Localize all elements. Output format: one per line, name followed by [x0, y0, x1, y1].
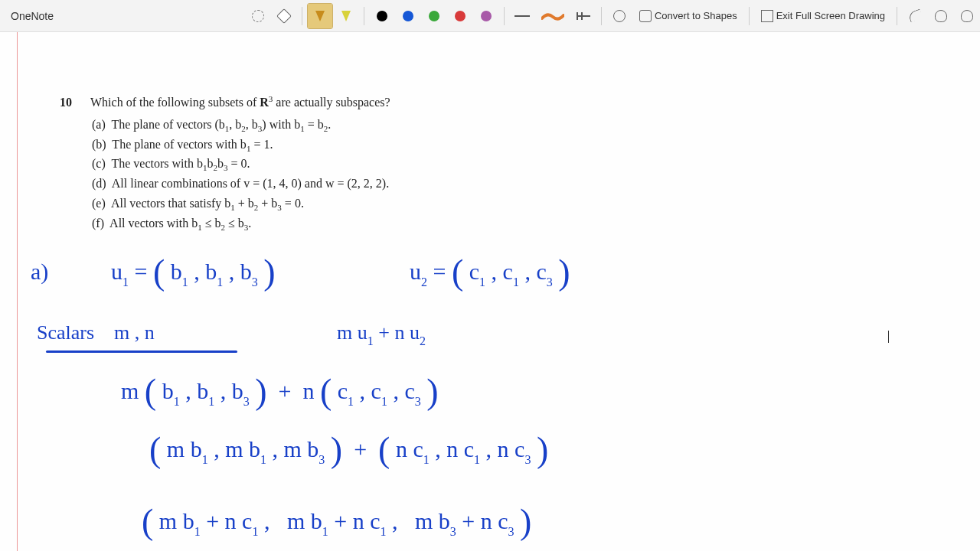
- undo-button[interactable]: [903, 4, 927, 28]
- page-margin-rule: [17, 32, 18, 551]
- highlighter-icon: [315, 11, 325, 21]
- wave-stroke-icon: [541, 11, 564, 21]
- highlighter-icon: [341, 11, 351, 21]
- separator: [504, 7, 505, 25]
- touch-draw-button[interactable]: [607, 4, 632, 28]
- lasso-icon: [252, 10, 264, 22]
- ink-linear-combo: m u1 + n u2: [337, 321, 426, 344]
- problem-option: (a) The plane of vectors (b1, b2, b3) wi…: [92, 116, 490, 135]
- problem-number: 10: [60, 93, 72, 112]
- account-button[interactable]: [929, 4, 953, 28]
- text-caret: [888, 331, 889, 343]
- color-dot: [403, 11, 413, 21]
- note-canvas[interactable]: 10 Which of the following subsets of R3 …: [0, 32, 980, 551]
- separator: [601, 7, 602, 25]
- highlighter-1-button[interactable]: [308, 4, 332, 28]
- q-space: R: [260, 96, 269, 109]
- color-dot: [455, 11, 466, 21]
- ink-expansion-1: m ( b1 , b1 , b3 ) + n ( c1 , c1 , c3 ): [121, 378, 439, 404]
- problem-option: (d) All linear combinations of v = (1, 4…: [92, 174, 490, 194]
- printed-problem: 10 Which of the following subsets of R3 …: [61, 93, 490, 234]
- problem-question: Which of the following subsets of R3 are…: [90, 93, 490, 112]
- pen-color-red[interactable]: [448, 4, 472, 28]
- color-dot: [377, 11, 387, 21]
- ink-u2-definition: u2 = ( c1 , c1 , c3 ): [410, 259, 570, 285]
- q-suffix: are actually subspaces?: [273, 96, 390, 109]
- separator: [897, 7, 897, 25]
- color-dot: [481, 11, 492, 21]
- toolbar: OneNote Convert to Shapes Exit: [0, 0, 980, 32]
- problem-options: (a) The plane of vectors (b1, b2, b3) wi…: [92, 116, 490, 233]
- problem-option: (f) All vectors with b1 ≤ b2 ≤ b3.: [92, 214, 490, 233]
- ink-part-label-a: a): [31, 259, 48, 285]
- problem-option: (b) The plane of vectors with b1 = 1.: [92, 135, 490, 155]
- pen-color-purple[interactable]: [474, 4, 498, 28]
- undo-icon: [907, 8, 923, 22]
- share-button[interactable]: [955, 4, 979, 28]
- ink-u1-definition: u1 = ( b1 , b1 , b3 ): [111, 259, 276, 285]
- hand-icon: [613, 10, 626, 22]
- separator: [364, 7, 364, 25]
- collapse-icon: [761, 10, 773, 22]
- perpendicular-icon: [577, 15, 590, 17]
- pen-color-black[interactable]: [370, 4, 394, 28]
- color-dot: [429, 11, 439, 21]
- stroke-thin-button[interactable]: [510, 4, 534, 28]
- pen-color-green[interactable]: [422, 4, 446, 28]
- ink-underline: [46, 350, 237, 353]
- thin-stroke-icon: [514, 15, 530, 17]
- exit-fullscreen-drawing-button[interactable]: Exit Full Screen Drawing: [755, 4, 891, 28]
- problem-option: (e) All vectors that satisfy b1 + b2 + b…: [92, 194, 490, 214]
- app-title: OneNote: [0, 10, 64, 22]
- convert-label: Convert to Shapes: [655, 10, 737, 21]
- highlighter-2-button[interactable]: [334, 4, 358, 28]
- user-plus-icon: [961, 10, 973, 22]
- pen-color-blue[interactable]: [396, 4, 420, 28]
- ink-scalars-label: Scalars m , n: [37, 321, 155, 344]
- separator: [302, 7, 302, 25]
- exit-label: Exit Full Screen Drawing: [776, 10, 885, 21]
- eraser-button[interactable]: [272, 4, 296, 28]
- snap-to-grid-button[interactable]: [571, 4, 596, 28]
- problem-option: (c) The vectors with b1b2b3 = 0.: [92, 155, 490, 174]
- lasso-select-button[interactable]: [246, 4, 270, 28]
- convert-to-shapes-button[interactable]: Convert to Shapes: [633, 4, 743, 28]
- separator: [749, 7, 750, 25]
- q-prefix: Which of the following subsets of: [90, 96, 260, 109]
- ink-expansion-2: ( m b1 , m b1 , m b3 ) + ( n c1 , n c1 ,…: [149, 436, 548, 462]
- ink-expansion-3: ( m b1 + n c1 , m b1 + n c1 , m b3 + n c…: [142, 508, 531, 534]
- user-icon: [935, 10, 947, 22]
- eraser-icon: [276, 8, 292, 24]
- shapes-icon: [639, 10, 652, 22]
- stroke-style-button[interactable]: [536, 4, 570, 28]
